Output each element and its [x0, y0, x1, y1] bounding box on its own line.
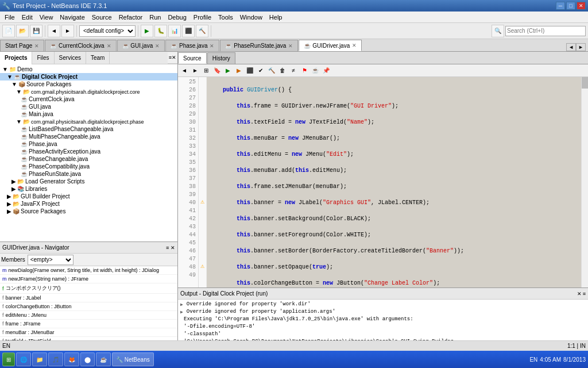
taskbar-netbeans[interactable]: 🔧 NetBeans [112, 352, 154, 366]
nav-item-banner[interactable]: f banner : JLabel [0, 294, 177, 302]
taskbar-firefox[interactable]: 🦊 [64, 352, 79, 366]
nav-item-newdialog[interactable]: m newDialog(Frame owner, String title, i… [0, 266, 177, 275]
projects-tab[interactable]: Projects [0, 52, 32, 64]
tree-item-libraries[interactable]: ▶ 📚 Libraries [0, 185, 177, 193]
vertical-scrollbar[interactable] [581, 77, 588, 288]
panel-close-button[interactable]: ✕ [172, 55, 176, 60]
debug-button[interactable]: 🐛 [154, 25, 167, 37]
files-tab[interactable]: Files [32, 52, 54, 64]
save-button[interactable]: 💾 [30, 25, 42, 37]
run-button[interactable]: ▶ [141, 25, 153, 37]
menu-help[interactable]: Help [266, 13, 286, 22]
taskbar-java[interactable]: ☕ [96, 352, 111, 366]
code-content[interactable]: public GUIDriver() { this.frame = GUIDri… [207, 77, 581, 288]
tree-item-javafx[interactable]: ▶ 📂 JavaFX Project [0, 200, 177, 208]
navigator-filter-select[interactable]: <empty> [28, 255, 74, 265]
search-button[interactable]: 🔍 [492, 25, 504, 37]
menu-refactor[interactable]: Refactor [115, 13, 146, 22]
tab-start-page[interactable]: Start Page ✕ [0, 40, 44, 51]
close-button[interactable]: ✕ [577, 2, 586, 10]
tab-gui[interactable]: ☕ GUI.java ✕ [117, 40, 165, 51]
output-config[interactable]: ≡ [583, 291, 586, 297]
tab-phase[interactable]: ☕ Phase.java ✕ [165, 40, 219, 51]
menu-source[interactable]: Source [88, 13, 115, 22]
tree-item-currentclock[interactable]: ☕ CurrentClock.java [0, 95, 177, 103]
tab-phaserunstate[interactable]: ☕ PhaseRunState.java ✕ [220, 40, 298, 51]
ed-compile-btn[interactable]: 🔨 [266, 66, 277, 76]
nav-item-newjframe[interactable]: m newJFrame(String name) : JFrame [0, 275, 177, 283]
taskbar-media[interactable]: 🎵 [48, 352, 63, 366]
menu-view[interactable]: View [36, 13, 57, 22]
navigator-config[interactable]: ≡ [166, 245, 169, 251]
ed-run-btn[interactable]: ▶ [223, 66, 233, 76]
tree-item-gui[interactable]: ☕ GUI.java [0, 103, 177, 110]
tree-item-main[interactable]: ☕ Main.java [0, 110, 177, 118]
nav-item-colorchangebutton[interactable]: f colorChangeButton : JButton [0, 302, 177, 311]
ed-test-btn[interactable]: ✔ [256, 66, 266, 76]
forward-button[interactable]: ► [61, 25, 74, 37]
tree-item-listbased[interactable]: ☕ ListBasedPhaseChangeable.java [0, 125, 177, 133]
search-input[interactable] [505, 26, 586, 36]
services-tab[interactable]: Services [55, 52, 86, 64]
tree-item-phase-java[interactable]: ☕ Phase.java [0, 140, 177, 148]
output-clear[interactable]: ✕ [577, 291, 582, 297]
ed-java-btn[interactable]: ☕ [310, 66, 320, 76]
ed-pin-btn[interactable]: 📌 [321, 66, 331, 76]
ed-debug-run-btn[interactable]: ▶ [234, 66, 244, 76]
taskbar-chrome[interactable]: ⬤ [80, 352, 95, 366]
tree-item-phasechangeable[interactable]: ☕ PhaseChangeable.java [0, 155, 177, 163]
tree-item-source2[interactable]: ▶ 📦 Source Packages [0, 208, 177, 215]
tab-scroll-left[interactable]: ◄ [566, 43, 576, 51]
taskbar-explorer[interactable]: 📁 [32, 352, 47, 366]
ed-bookmark-btn[interactable]: 🔖 [212, 66, 222, 76]
tree-item-phase-package[interactable]: ▼ 📂 com.gmail.physicitsarah.digitalclock… [0, 118, 177, 125]
scrollbar-thumb[interactable] [582, 77, 588, 89]
tree-item-phaserunstate[interactable]: ☕ PhaseRunState.java [0, 170, 177, 178]
tree-item-digital-clock[interactable]: ▼ ☕ Digital Clock Project [0, 73, 177, 80]
menu-profile[interactable]: Profile [190, 13, 215, 22]
tree-item-loadgen[interactable]: ▶ 📂 Load Generator Scripts [0, 178, 177, 185]
profile-button[interactable]: 📊 [168, 25, 181, 37]
menu-debug[interactable]: Debug [164, 13, 189, 22]
ed-diff-btn[interactable]: ≠ [288, 66, 299, 76]
stop-button[interactable]: ⬛ [182, 25, 195, 37]
open-button[interactable]: 📂 [16, 25, 29, 37]
ed-back-btn[interactable]: ◄ [179, 66, 189, 76]
nav-item-frame[interactable]: f frame : JFrame [0, 320, 177, 328]
nav-item-combobox-clear[interactable]: f コンボボクスリクリア() [0, 283, 177, 294]
tree-item-phasecompat[interactable]: ☕ PhaseCompatibility.java [0, 163, 177, 170]
nav-item-menubar[interactable]: f menuBar : JMenuBar [0, 328, 177, 337]
tab-scroll-right[interactable]: ► [576, 43, 586, 51]
clean-button[interactable]: 🔨 [196, 25, 208, 37]
team-tab[interactable]: Team [86, 52, 110, 64]
project-tree[interactable]: ▼ 📁 Demo ▼ ☕ Digital Clock Project ▼ 📦 S… [0, 64, 177, 241]
navigator-close[interactable]: ✕ [171, 245, 175, 251]
new-button[interactable]: 📄 [2, 25, 15, 37]
nav-item-editmenu[interactable]: f editMenu : JMenu [0, 311, 177, 320]
menu-file[interactable]: File [1, 13, 18, 22]
tab-currentclock[interactable]: ☕ CurrentClock.java ✕ [45, 40, 116, 51]
tree-item-source-packages-1[interactable]: ▼ 📦 Source Packages [0, 80, 177, 88]
menu-run[interactable]: Run [146, 13, 164, 22]
ed-toggle-btn[interactable]: ⊞ [201, 66, 211, 76]
tab-history[interactable]: History [207, 52, 235, 64]
ed-flag-btn[interactable]: ⚑ [299, 66, 310, 76]
config-select[interactable]: <default config> [79, 25, 136, 37]
tree-item-guibuilder[interactable]: ▶ 📂 GUI Builder Project [0, 193, 177, 200]
minimize-button[interactable]: ─ [556, 2, 565, 10]
menu-tools[interactable]: Tools [215, 13, 237, 22]
maximize-button[interactable]: □ [566, 2, 575, 10]
start-button[interactable]: ⊞ [2, 352, 15, 366]
tab-guidriver[interactable]: ☕ GUIDriver.java ✕ [299, 40, 362, 51]
tree-item-demo[interactable]: ▼ 📁 Demo [0, 66, 177, 73]
tab-source[interactable]: Source [178, 52, 207, 64]
taskbar-ie[interactable]: 🌐 [16, 352, 31, 366]
tree-item-phaseactivity[interactable]: ☕ PhaseActivityException.java [0, 148, 177, 155]
ed-stop-btn[interactable]: ⬛ [245, 66, 255, 76]
ed-clean-btn[interactable]: 🗑 [277, 66, 288, 76]
back-button[interactable]: ◄ [48, 25, 60, 37]
ed-forward-btn[interactable]: ► [190, 66, 200, 76]
menu-navigate[interactable]: Navigate [56, 13, 88, 22]
menu-window[interactable]: Window [237, 13, 266, 22]
tree-item-multiphase[interactable]: ☕ MultiPhaseChangeable.java [0, 133, 177, 140]
